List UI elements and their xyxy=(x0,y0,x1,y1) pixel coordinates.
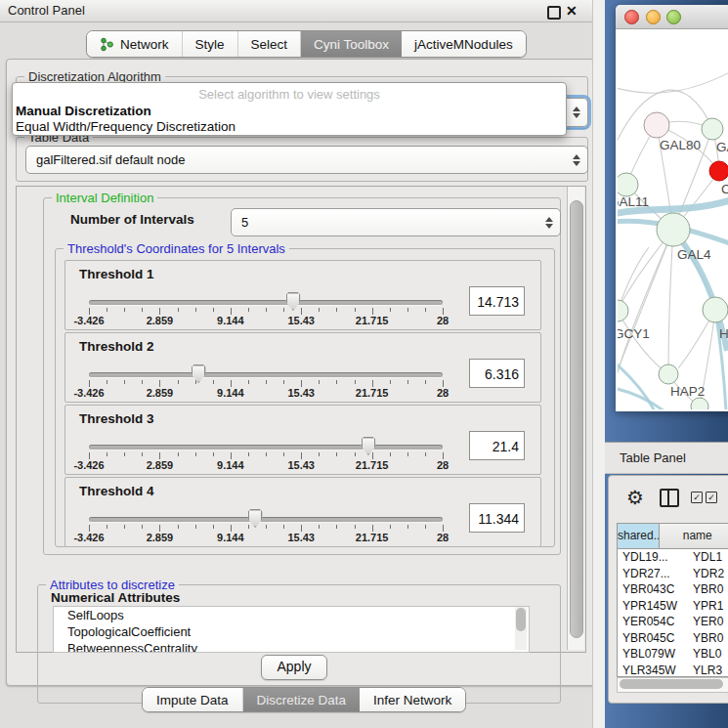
network-node-gal80[interactable] xyxy=(644,112,669,138)
network-node-ga[interactable] xyxy=(702,118,723,140)
bottom-tab-bar: Impute Data Discretize Data Infer Networ… xyxy=(142,687,466,712)
close-traffic-light-icon[interactable] xyxy=(624,10,639,24)
settings-scrollbar[interactable] xyxy=(567,187,584,650)
split-columns-icon[interactable] xyxy=(660,489,679,507)
attribute-list-item[interactable]: BetweennessCentrality xyxy=(54,640,529,653)
table-cell[interactable]: YPR1 xyxy=(683,598,728,615)
slider-track[interactable] xyxy=(89,372,443,377)
column-header-name[interactable]: name xyxy=(660,524,728,548)
network-edge[interactable] xyxy=(668,230,673,374)
network-node-gcy1[interactable] xyxy=(618,300,628,321)
table-cell[interactable]: YDL1 xyxy=(683,549,728,566)
slider-tick xyxy=(142,452,143,456)
network-node-gal4[interactable] xyxy=(657,213,690,246)
table-row[interactable]: YBR043CYBR0 xyxy=(618,581,728,598)
network-node-h[interactable] xyxy=(703,297,728,322)
table-cell[interactable]: YER054C xyxy=(618,614,683,630)
table-cell[interactable]: YPR145W xyxy=(618,598,683,615)
slider[interactable]: -3.4262.8599.14415.4321.71528 xyxy=(89,406,443,474)
threshold-value-field[interactable]: 11.344 xyxy=(469,503,525,533)
table-cell[interactable]: YDL19... xyxy=(618,549,683,566)
gear-icon[interactable]: ⚙ xyxy=(626,486,644,509)
attributes-scrollbar-thumb[interactable] xyxy=(516,608,526,631)
slider-thumb[interactable] xyxy=(285,292,300,311)
algorithm-dropdown-popup: Select algorithm to view settings Manual… xyxy=(12,82,567,136)
slider-tick-label: 15.43 xyxy=(287,387,315,399)
network-node-hap2[interactable] xyxy=(659,364,678,384)
table-row[interactable]: YER054CYER0 xyxy=(618,614,728,630)
slider[interactable]: -3.4262.8599.14415.4321.71528 xyxy=(89,478,443,546)
table-cell[interactable]: YDR2 xyxy=(683,566,728,582)
table-cell[interactable]: YBL079W xyxy=(618,646,683,663)
threshold-value-field[interactable]: 21.4 xyxy=(469,431,525,460)
checkbox-icon[interactable]: ✓ xyxy=(691,492,703,503)
column-header-shared-name[interactable]: shared... xyxy=(618,524,660,548)
attribute-list-item[interactable]: SelfLoops xyxy=(54,607,529,623)
table-row[interactable]: YBR045CYBR0 xyxy=(618,630,728,647)
table-hscrollbar-thumb[interactable] xyxy=(620,679,723,689)
table-cell[interactable]: YBR0 xyxy=(683,630,728,647)
tab-infer-network[interactable]: Infer Network xyxy=(360,688,465,711)
threshold-value-field[interactable]: 14.713 xyxy=(469,286,525,316)
table-cell[interactable]: YBL0 xyxy=(683,646,728,663)
table-row[interactable]: YDR27...YDR2 xyxy=(618,566,728,582)
tab-select[interactable]: Select xyxy=(238,31,302,57)
apply-button[interactable]: Apply xyxy=(261,655,327,680)
slider-track[interactable] xyxy=(89,300,443,305)
table-cell[interactable]: YBR043C xyxy=(618,581,683,598)
slider[interactable]: -3.4262.8599.14415.4321.71528 xyxy=(89,261,443,329)
slider-tick xyxy=(372,525,373,532)
slider-tick xyxy=(231,308,232,315)
scrollbar-thumb[interactable] xyxy=(570,200,583,638)
float-window-icon[interactable] xyxy=(547,6,561,20)
threshold-value-field[interactable]: 6.316 xyxy=(469,359,525,388)
slider-thumb[interactable] xyxy=(361,437,375,455)
network-canvas[interactable]: GAL80GACGAL11GAL4GCY1HHAP2 xyxy=(618,28,728,409)
table-cell[interactable]: YBR045C xyxy=(618,630,683,647)
table-cell[interactable]: YLR3 xyxy=(683,663,728,679)
network-edge[interactable] xyxy=(618,311,668,374)
slider-thumb[interactable] xyxy=(248,509,263,528)
tab-network[interactable]: Network xyxy=(87,31,183,57)
network-node[interactable] xyxy=(691,398,708,409)
table-data-combobox[interactable]: galFiltered.sif default node xyxy=(25,146,588,174)
slider[interactable]: -3.4262.8599.14415.4321.71528 xyxy=(89,333,443,402)
table-row[interactable]: YPR145WYPR1 xyxy=(618,598,728,615)
panel-splitter[interactable] xyxy=(592,0,606,728)
tab-style[interactable]: Style xyxy=(183,31,238,57)
number-of-intervals-combobox[interactable]: 5 xyxy=(231,208,561,236)
attribute-list-item[interactable]: TopologicalCoefficient xyxy=(54,623,529,640)
table-cell[interactable]: YER0 xyxy=(683,614,728,630)
slider-track[interactable] xyxy=(89,517,443,522)
table-cell[interactable]: YBR0 xyxy=(683,581,728,598)
table-row[interactable]: YBL079WYBL0 xyxy=(618,646,728,663)
slider-tick-label: -3.426 xyxy=(73,459,104,471)
slider-track[interactable] xyxy=(89,445,443,450)
close-icon[interactable]: ✕ xyxy=(566,1,578,21)
network-node-gal11[interactable] xyxy=(618,173,638,196)
dropdown-option-manual-discretization[interactable]: Manual Discretization xyxy=(16,104,563,118)
dropdown-option-equal-width-frequency[interactable]: Equal Width/Frequency Discretization xyxy=(16,119,563,134)
slider-tick xyxy=(213,380,214,384)
table-cell[interactable]: YDR27... xyxy=(618,566,683,582)
slider-tick-label: -3.426 xyxy=(73,532,104,543)
tab-jactivemnodules[interactable]: jActiveMNodules xyxy=(402,31,526,57)
table-row[interactable]: YDL19...YDL1 xyxy=(618,549,728,566)
checkbox-icon[interactable]: ✓ xyxy=(706,492,717,503)
tab-label: jActiveMNodules xyxy=(414,37,513,52)
numerical-attributes-list[interactable]: SelfLoopsTopologicalCoefficientBetweenne… xyxy=(53,606,530,653)
slider-tick-label: 28 xyxy=(437,315,449,326)
slider-tick xyxy=(195,525,196,529)
node-label: C xyxy=(721,182,728,196)
network-node-c[interactable] xyxy=(709,161,728,181)
tab-impute-data[interactable]: Impute Data xyxy=(143,688,243,711)
zoom-traffic-light-icon[interactable] xyxy=(666,10,681,24)
slider-thumb[interactable] xyxy=(192,364,206,383)
table-row[interactable]: YLR345WYLR3 xyxy=(618,663,728,679)
tab-cyni-toolbox[interactable]: Cyni Toolbox xyxy=(301,31,402,57)
minimize-traffic-light-icon[interactable] xyxy=(646,10,661,24)
slider-tick xyxy=(407,452,408,456)
tab-label: Discretize Data xyxy=(257,693,347,707)
tab-discretize-data[interactable]: Discretize Data xyxy=(243,688,361,711)
table-cell[interactable]: YLR345W xyxy=(618,663,683,679)
